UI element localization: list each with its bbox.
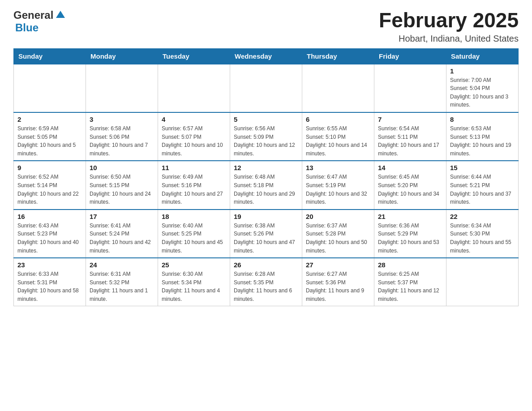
calendar-cell: 15Sunrise: 6:44 AMSunset: 5:21 PMDayligh… xyxy=(446,161,519,209)
day-number: 6 xyxy=(306,116,370,123)
calendar-cell: 11Sunrise: 6:49 AMSunset: 5:16 PMDayligh… xyxy=(158,161,230,209)
weekday-header-sunday: Sunday xyxy=(14,48,86,64)
day-info: Sunrise: 6:34 AMSunset: 5:30 PMDaylight:… xyxy=(450,222,515,255)
day-number: 14 xyxy=(378,164,442,171)
weekday-header-monday: Monday xyxy=(86,48,158,64)
calendar-week-row: 1Sunrise: 7:00 AMSunset: 5:04 PMDaylight… xyxy=(14,64,519,112)
day-number: 10 xyxy=(90,164,154,171)
calendar-cell: 2Sunrise: 6:59 AMSunset: 5:05 PMDaylight… xyxy=(14,112,86,161)
day-number: 16 xyxy=(17,213,82,220)
logo-icon xyxy=(54,9,67,21)
calendar-cell: 9Sunrise: 6:52 AMSunset: 5:14 PMDaylight… xyxy=(14,161,86,209)
day-number: 12 xyxy=(234,164,298,171)
weekday-header-friday: Friday xyxy=(374,48,446,64)
day-number: 1 xyxy=(450,67,515,75)
calendar-cell: 26Sunrise: 6:28 AMSunset: 5:35 PMDayligh… xyxy=(230,258,302,306)
day-info: Sunrise: 6:56 AMSunset: 5:09 PMDaylight:… xyxy=(234,124,298,158)
calendar-header-row: SundayMondayTuesdayWednesdayThursdayFrid… xyxy=(14,48,519,64)
calendar-cell: 8Sunrise: 6:53 AMSunset: 5:13 PMDaylight… xyxy=(446,112,519,161)
day-number: 4 xyxy=(162,116,226,123)
day-info: Sunrise: 6:55 AMSunset: 5:10 PMDaylight:… xyxy=(306,124,370,158)
day-info: Sunrise: 6:36 AMSunset: 5:29 PMDaylight:… xyxy=(378,222,442,255)
weekday-header-tuesday: Tuesday xyxy=(158,48,230,64)
calendar-cell: 14Sunrise: 6:45 AMSunset: 5:20 PMDayligh… xyxy=(374,161,446,209)
logo-general-text: General xyxy=(13,9,53,21)
calendar-cell: 20Sunrise: 6:37 AMSunset: 5:28 PMDayligh… xyxy=(302,210,374,258)
calendar-cell: 25Sunrise: 6:30 AMSunset: 5:34 PMDayligh… xyxy=(158,258,230,306)
calendar-table: SundayMondayTuesdayWednesdayThursdayFrid… xyxy=(13,48,519,307)
day-number: 3 xyxy=(90,116,154,123)
day-info: Sunrise: 6:37 AMSunset: 5:28 PMDaylight:… xyxy=(306,222,370,255)
calendar-cell: 16Sunrise: 6:43 AMSunset: 5:23 PMDayligh… xyxy=(14,210,86,258)
day-info: Sunrise: 6:50 AMSunset: 5:15 PMDaylight:… xyxy=(90,173,154,206)
day-number: 27 xyxy=(306,261,370,269)
calendar-cell: 27Sunrise: 6:27 AMSunset: 5:36 PMDayligh… xyxy=(302,258,374,306)
day-number: 2 xyxy=(17,116,82,123)
month-title: February 2025 xyxy=(379,9,519,32)
svg-marker-0 xyxy=(56,11,65,18)
day-info: Sunrise: 6:31 AMSunset: 5:32 PMDaylight:… xyxy=(90,270,154,303)
weekday-header-saturday: Saturday xyxy=(446,48,519,64)
day-info: Sunrise: 6:59 AMSunset: 5:05 PMDaylight:… xyxy=(17,124,82,158)
calendar-cell xyxy=(374,64,446,112)
calendar-week-row: 2Sunrise: 6:59 AMSunset: 5:05 PMDaylight… xyxy=(14,112,519,161)
calendar-cell: 19Sunrise: 6:38 AMSunset: 5:26 PMDayligh… xyxy=(230,210,302,258)
day-info: Sunrise: 6:48 AMSunset: 5:18 PMDaylight:… xyxy=(234,173,298,206)
day-info: Sunrise: 6:53 AMSunset: 5:13 PMDaylight:… xyxy=(450,124,515,158)
day-number: 11 xyxy=(162,164,226,171)
calendar-cell: 22Sunrise: 6:34 AMSunset: 5:30 PMDayligh… xyxy=(446,210,519,258)
weekday-header-wednesday: Wednesday xyxy=(230,48,302,64)
day-number: 20 xyxy=(306,213,370,220)
logo-blue-text: Blue xyxy=(15,21,39,34)
day-number: 9 xyxy=(17,164,82,171)
calendar-cell: 18Sunrise: 6:40 AMSunset: 5:25 PMDayligh… xyxy=(158,210,230,258)
calendar-cell: 21Sunrise: 6:36 AMSunset: 5:29 PMDayligh… xyxy=(374,210,446,258)
day-info: Sunrise: 6:49 AMSunset: 5:16 PMDaylight:… xyxy=(162,173,226,206)
day-number: 15 xyxy=(450,164,515,171)
day-info: Sunrise: 6:27 AMSunset: 5:36 PMDaylight:… xyxy=(306,270,370,303)
day-info: Sunrise: 6:44 AMSunset: 5:21 PMDaylight:… xyxy=(450,173,515,206)
calendar-cell xyxy=(230,64,302,112)
day-info: Sunrise: 6:38 AMSunset: 5:26 PMDaylight:… xyxy=(234,222,298,255)
day-number: 19 xyxy=(234,213,298,220)
day-info: Sunrise: 6:28 AMSunset: 5:35 PMDaylight:… xyxy=(234,270,298,303)
calendar-cell xyxy=(86,64,158,112)
day-info: Sunrise: 6:25 AMSunset: 5:37 PMDaylight:… xyxy=(378,270,442,303)
day-number: 21 xyxy=(378,213,442,220)
day-info: Sunrise: 6:52 AMSunset: 5:14 PMDaylight:… xyxy=(17,173,82,206)
day-number: 28 xyxy=(378,261,442,269)
calendar-cell: 7Sunrise: 6:54 AMSunset: 5:11 PMDaylight… xyxy=(374,112,446,161)
day-info: Sunrise: 6:43 AMSunset: 5:23 PMDaylight:… xyxy=(17,222,82,255)
calendar-week-row: 16Sunrise: 6:43 AMSunset: 5:23 PMDayligh… xyxy=(14,210,519,258)
calendar-cell: 17Sunrise: 6:41 AMSunset: 5:24 PMDayligh… xyxy=(86,210,158,258)
day-number: 5 xyxy=(234,116,298,123)
day-number: 7 xyxy=(378,116,442,123)
calendar-cell: 12Sunrise: 6:48 AMSunset: 5:18 PMDayligh… xyxy=(230,161,302,209)
day-info: Sunrise: 6:45 AMSunset: 5:20 PMDaylight:… xyxy=(378,173,442,206)
day-number: 25 xyxy=(162,261,226,269)
page-header: General Blue February 2025 Hobart, India… xyxy=(13,9,519,44)
day-info: Sunrise: 7:00 AMSunset: 5:04 PMDaylight:… xyxy=(450,76,515,109)
day-info: Sunrise: 6:47 AMSunset: 5:19 PMDaylight:… xyxy=(306,173,370,206)
day-number: 23 xyxy=(17,261,82,269)
day-info: Sunrise: 6:33 AMSunset: 5:31 PMDaylight:… xyxy=(17,270,82,303)
calendar-cell: 28Sunrise: 6:25 AMSunset: 5:37 PMDayligh… xyxy=(374,258,446,306)
calendar-week-row: 23Sunrise: 6:33 AMSunset: 5:31 PMDayligh… xyxy=(14,258,519,306)
logo: General Blue xyxy=(13,9,67,34)
calendar-week-row: 9Sunrise: 6:52 AMSunset: 5:14 PMDaylight… xyxy=(14,161,519,209)
calendar-cell xyxy=(302,64,374,112)
day-number: 24 xyxy=(90,261,154,269)
weekday-header-thursday: Thursday xyxy=(302,48,374,64)
day-info: Sunrise: 6:58 AMSunset: 5:06 PMDaylight:… xyxy=(90,124,154,158)
calendar-cell: 4Sunrise: 6:57 AMSunset: 5:07 PMDaylight… xyxy=(158,112,230,161)
calendar-cell xyxy=(14,64,86,112)
day-info: Sunrise: 6:54 AMSunset: 5:11 PMDaylight:… xyxy=(378,124,442,158)
calendar-cell: 5Sunrise: 6:56 AMSunset: 5:09 PMDaylight… xyxy=(230,112,302,161)
day-number: 17 xyxy=(90,213,154,220)
location-title: Hobart, Indiana, United States xyxy=(379,34,519,44)
calendar-cell: 6Sunrise: 6:55 AMSunset: 5:10 PMDaylight… xyxy=(302,112,374,161)
title-block: February 2025 Hobart, Indiana, United St… xyxy=(379,9,519,44)
day-info: Sunrise: 6:30 AMSunset: 5:34 PMDaylight:… xyxy=(162,270,226,303)
day-info: Sunrise: 6:40 AMSunset: 5:25 PMDaylight:… xyxy=(162,222,226,255)
calendar-cell: 13Sunrise: 6:47 AMSunset: 5:19 PMDayligh… xyxy=(302,161,374,209)
